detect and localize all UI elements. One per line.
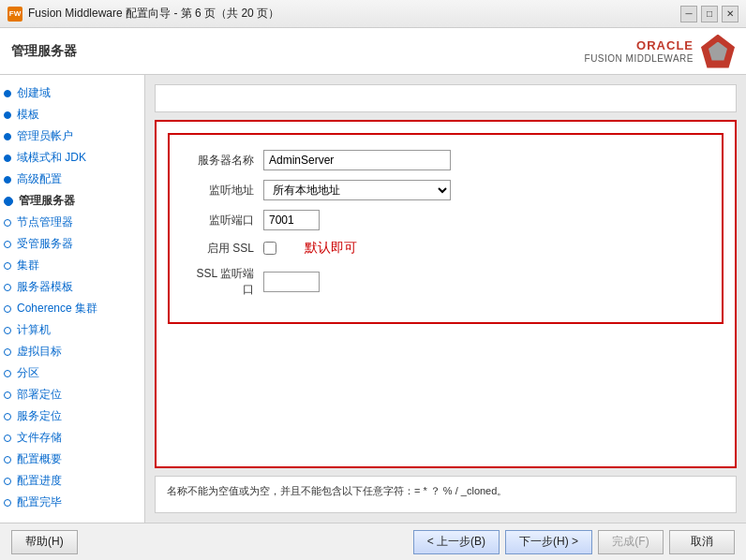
enable-ssl-label: 启用 SSL <box>188 241 254 257</box>
nav-dot <box>4 413 11 420</box>
sidebar-label: 节点管理器 <box>17 214 73 230</box>
main-container: 管理服务器 ORACLE FUSION MIDDLEWARE 创建域 模板 管 <box>0 28 746 560</box>
sidebar-label: 创建域 <box>17 85 51 101</box>
sidebar: 创建域 模板 管理员帐户 域模式和 JDK 高级配置 管理服务器 <box>0 75 145 523</box>
fusion-brand-text: FUSION MIDDLEWARE <box>585 53 694 64</box>
sidebar-item-template[interactable]: 模板 <box>0 104 144 125</box>
bottom-note: 名称不能为空值或为空，并且不能包含以下任意字符：= * ？ % / _clone… <box>155 476 737 513</box>
title-bar-left: FW Fusion Middleware 配置向导 - 第 6 页（共 20 页… <box>7 6 279 22</box>
server-name-label: 服务器名称 <box>188 153 254 169</box>
sidebar-label: 虚拟目标 <box>17 344 62 360</box>
sidebar-label: 管理服务器 <box>19 193 75 209</box>
ssl-port-input[interactable] <box>263 272 320 292</box>
nav-dot <box>4 241 11 248</box>
nav-dot <box>4 284 11 291</box>
window-controls: ─ □ ✕ <box>680 6 739 22</box>
sidebar-label: 服务器模板 <box>17 279 73 295</box>
sidebar-item-node-manager[interactable]: 节点管理器 <box>0 212 144 233</box>
sidebar-item-managed-servers[interactable]: 受管服务器 <box>0 233 144 255</box>
sidebar-item-config-complete[interactable]: 配置完毕 <box>0 492 144 513</box>
server-name-input[interactable] <box>263 150 451 170</box>
oracle-logo-container: ORACLE FUSION MIDDLEWARE <box>585 35 735 68</box>
sidebar-label: 高级配置 <box>17 171 62 187</box>
restore-button[interactable]: □ <box>701 6 718 22</box>
listen-port-row: 监听端口 <box>188 210 703 230</box>
listen-port-label: 监听端口 <box>188 213 254 228</box>
footer-right: < 上一步(B) 下一步(H) > 完成(F) 取消 <box>413 530 735 554</box>
sidebar-item-coherence-cluster[interactable]: Coherence 集群 <box>0 298 144 319</box>
sidebar-item-admin-account[interactable]: 管理员帐户 <box>0 125 144 147</box>
nav-dot <box>4 133 11 140</box>
app-icon: FW <box>7 7 22 22</box>
main-panel: 服务器名称 监听地址 所有本地地址 监听端口 <box>155 120 737 468</box>
finish-button[interactable]: 完成(F) <box>598 530 664 554</box>
sidebar-item-server-template[interactable]: 服务器模板 <box>0 276 144 298</box>
sidebar-item-file-store[interactable]: 文件存储 <box>0 427 144 449</box>
enable-ssl-row: 启用 SSL 默认即可 <box>188 240 703 257</box>
sidebar-label: 模板 <box>17 107 39 123</box>
nav-dot <box>4 155 11 162</box>
top-divider <box>155 84 737 112</box>
sidebar-item-config-summary[interactable]: 配置概要 <box>0 449 144 470</box>
enable-ssl-checkbox[interactable] <box>263 242 276 255</box>
default-hint-text: 默认即可 <box>305 240 357 257</box>
nav-dot <box>4 478 11 485</box>
listen-port-input[interactable] <box>263 210 320 230</box>
server-name-row: 服务器名称 <box>188 150 703 170</box>
sidebar-label: 域模式和 JDK <box>17 150 86 166</box>
footer-left: 帮助(H) <box>11 530 78 554</box>
note-text: 名称不能为空值或为空，并且不能包含以下任意字符：= * ？ % / _clone… <box>167 485 507 496</box>
nav-dot <box>4 327 11 334</box>
sidebar-label: 服务定位 <box>17 408 62 424</box>
sidebar-item-cluster[interactable]: 集群 <box>0 255 144 276</box>
help-button[interactable]: 帮助(H) <box>11 530 78 554</box>
sidebar-item-service-targeting[interactable]: 服务定位 <box>0 405 144 427</box>
sidebar-label: Coherence 集群 <box>17 301 97 317</box>
sidebar-item-machine[interactable]: 计算机 <box>0 319 144 341</box>
sidebar-item-config-progress[interactable]: 配置进度 <box>0 470 144 492</box>
close-button[interactable]: ✕ <box>722 6 739 22</box>
listen-address-row: 监听地址 所有本地地址 <box>188 180 703 200</box>
sidebar-label: 计算机 <box>17 322 51 338</box>
cancel-button[interactable]: 取消 <box>669 530 735 554</box>
nav-dot <box>4 391 11 399</box>
header: 管理服务器 ORACLE FUSION MIDDLEWARE <box>0 28 746 75</box>
window-title: Fusion Middleware 配置向导 - 第 6 页（共 20 页） <box>28 6 279 22</box>
nav-dot <box>4 111 11 119</box>
sidebar-label: 集群 <box>17 258 39 273</box>
content-area: 服务器名称 监听地址 所有本地地址 监听端口 <box>145 75 746 523</box>
nav-dot <box>4 499 11 507</box>
title-bar: FW Fusion Middleware 配置向导 - 第 6 页（共 20 页… <box>0 0 746 28</box>
minimize-button[interactable]: ─ <box>680 6 697 22</box>
ssl-port-row: SSL 监听端口 <box>188 266 703 298</box>
inner-panel: 服务器名称 监听地址 所有本地地址 监听端口 <box>168 133 724 324</box>
sidebar-label: 部署定位 <box>17 387 62 403</box>
sidebar-item-admin-server: 管理服务器 <box>0 190 144 212</box>
sidebar-item-domain-mode[interactable]: 域模式和 JDK <box>0 147 144 169</box>
sidebar-item-create-domain[interactable]: 创建域 <box>0 82 144 104</box>
next-button[interactable]: 下一步(H) > <box>505 530 592 554</box>
sidebar-item-advanced-config[interactable]: 高级配置 <box>0 169 144 190</box>
oracle-logo-text: ORACLE FUSION MIDDLEWARE <box>585 38 694 64</box>
sidebar-label: 受管服务器 <box>17 236 73 252</box>
sidebar-label: 配置概要 <box>17 451 62 467</box>
prev-button[interactable]: < 上一步(B) <box>413 530 500 554</box>
nav-dot <box>4 197 13 206</box>
nav-dot <box>4 90 11 97</box>
nav-dot <box>4 435 11 442</box>
nav-dot <box>4 370 11 377</box>
ssl-port-label: SSL 监听端口 <box>188 266 254 298</box>
nav-dot <box>4 348 11 356</box>
nav-dot <box>4 456 11 464</box>
oracle-pentagon-icon <box>701 35 735 68</box>
sidebar-label: 文件存储 <box>17 430 62 446</box>
sidebar-item-virtual-target[interactable]: 虚拟目标 <box>0 341 144 362</box>
listen-address-select[interactable]: 所有本地地址 <box>263 180 451 200</box>
nav-dot <box>4 262 11 270</box>
nav-dot <box>4 219 11 227</box>
sidebar-label: 配置进度 <box>17 473 62 489</box>
sidebar-item-partition[interactable]: 分区 <box>0 362 144 384</box>
footer: 帮助(H) < 上一步(B) 下一步(H) > 完成(F) 取消 <box>0 523 746 560</box>
oracle-brand-text: ORACLE <box>636 38 694 52</box>
sidebar-item-deploy-targeting[interactable]: 部署定位 <box>0 384 144 405</box>
